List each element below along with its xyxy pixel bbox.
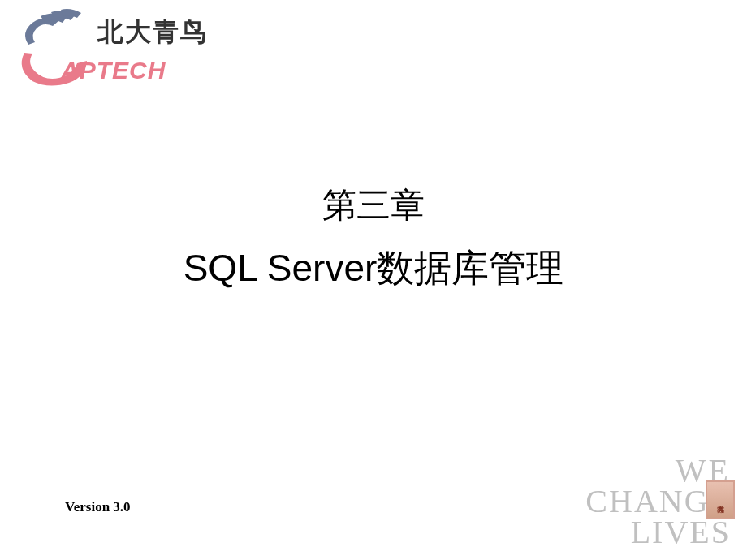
- chapter-number: 第三章: [0, 183, 747, 228]
- seal-stamp: 有教无类: [706, 480, 735, 519]
- logo-english-text: APTECH: [61, 57, 166, 84]
- logo-chinese-text: 北大青鸟: [97, 15, 208, 50]
- logo-area: 北大青鸟 APTECH: [12, 8, 208, 89]
- version-label: Version 3.0: [65, 499, 131, 515]
- slide-title: SQL Server数据库管理: [0, 243, 747, 294]
- tagline-line-3: LIVES: [585, 517, 731, 548]
